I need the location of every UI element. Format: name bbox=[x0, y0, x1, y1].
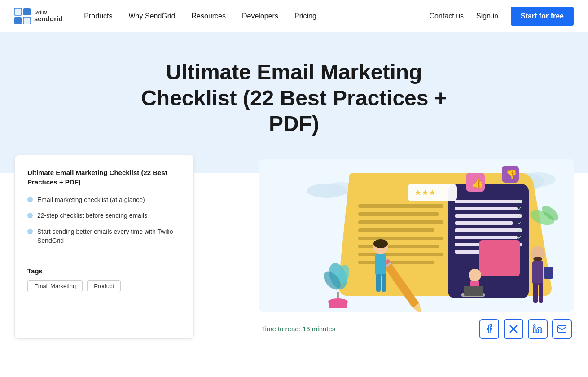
svg-rect-57 bbox=[544, 267, 553, 279]
linkedin-share-button[interactable] bbox=[528, 319, 548, 339]
list-item: 22-step checklist before sending emails bbox=[27, 211, 181, 220]
svg-text:✓: ✓ bbox=[518, 198, 522, 205]
nav-why-sendgrid[interactable]: Why SendGrid bbox=[128, 12, 175, 20]
svg-rect-61 bbox=[464, 286, 483, 296]
list-item: Start sending better emails every time w… bbox=[27, 228, 181, 245]
bullet-dot bbox=[27, 213, 33, 218]
nav-signin[interactable]: Sign in bbox=[476, 12, 498, 20]
twitter-x-icon bbox=[509, 324, 518, 334]
bullet-text-1: Email marketing checklist (at a glance) bbox=[37, 196, 145, 205]
nav-developers[interactable]: Developers bbox=[242, 12, 278, 20]
nav-right: Contact us Sign in Start for free bbox=[430, 7, 574, 26]
svg-rect-32 bbox=[358, 253, 443, 256]
main-content: Ultimate Email Marketing Checklist (22 B… bbox=[0, 155, 588, 339]
svg-rect-26 bbox=[358, 204, 443, 208]
svg-text:✓: ✓ bbox=[518, 213, 522, 219]
svg-rect-28 bbox=[358, 220, 443, 224]
svg-text:✓: ✓ bbox=[518, 234, 522, 241]
svg-text:👍: 👍 bbox=[471, 177, 484, 189]
svg-rect-2 bbox=[14, 17, 22, 24]
right-area: ✓ ✓ ✓ ✓ ✓ ✓ bbox=[208, 155, 574, 339]
card-title: Ultimate Email Marketing Checklist (22 B… bbox=[27, 168, 181, 187]
hero-illustration: ✓ ✓ ✓ ✓ ✓ ✓ bbox=[259, 159, 574, 312]
logo-twilio: twilio bbox=[34, 9, 62, 15]
svg-rect-49 bbox=[376, 274, 381, 292]
svg-rect-25 bbox=[479, 240, 520, 276]
nav-pricing[interactable]: Pricing bbox=[294, 12, 316, 20]
bullet-list: Email marketing checklist (at a glance) … bbox=[27, 196, 181, 245]
svg-rect-55 bbox=[539, 283, 543, 303]
svg-point-56 bbox=[533, 257, 542, 261]
svg-point-69 bbox=[534, 325, 535, 327]
bullet-text-2: 22-step checklist before sending emails bbox=[37, 211, 147, 220]
logo-sendgrid: sendgrid bbox=[34, 15, 62, 23]
bullet-dot bbox=[27, 229, 33, 234]
tag-product[interactable]: Product bbox=[87, 280, 121, 292]
svg-rect-29 bbox=[358, 228, 434, 232]
list-item: Email marketing checklist (at a glance) bbox=[27, 196, 181, 205]
svg-rect-50 bbox=[382, 274, 386, 292]
svg-rect-68 bbox=[534, 328, 535, 333]
svg-text:👎: 👎 bbox=[506, 169, 517, 180]
svg-rect-0 bbox=[14, 8, 22, 15]
bottom-row: Time to read: 16 minutes bbox=[259, 319, 574, 339]
svg-rect-44 bbox=[329, 301, 347, 308]
svg-rect-70 bbox=[558, 325, 566, 332]
nav-resources[interactable]: Resources bbox=[192, 12, 226, 20]
nav-links: Products Why SendGrid Resources Develope… bbox=[84, 12, 429, 20]
svg-point-51 bbox=[373, 239, 388, 248]
tags-row: Email Marketing Product bbox=[27, 280, 181, 292]
svg-rect-3 bbox=[23, 17, 31, 24]
linkedin-icon bbox=[533, 324, 543, 334]
hero-section: Ultimate Email Marketing Checklist (22 B… bbox=[0, 32, 588, 173]
email-share-button[interactable] bbox=[552, 319, 572, 339]
social-icons bbox=[479, 319, 572, 339]
svg-text:✓: ✓ bbox=[518, 220, 522, 226]
article-info-card: Ultimate Email Marketing Checklist (22 B… bbox=[14, 155, 194, 339]
svg-rect-11 bbox=[455, 200, 522, 203]
svg-rect-54 bbox=[533, 283, 538, 303]
bullet-text-3: Start sending better emails every time w… bbox=[37, 228, 181, 245]
svg-text:★★★: ★★★ bbox=[414, 188, 436, 197]
tag-email-marketing[interactable]: Email Marketing bbox=[27, 280, 83, 292]
email-icon bbox=[557, 324, 567, 334]
tags-label: Tags bbox=[27, 267, 181, 275]
svg-rect-48 bbox=[375, 254, 386, 276]
facebook-share-button[interactable] bbox=[479, 319, 499, 339]
logo-text: twilio sendgrid bbox=[34, 9, 62, 23]
logo-icon bbox=[14, 8, 31, 24]
hero-title: Ultimate Email Marketing Checklist (22 B… bbox=[119, 59, 469, 137]
svg-rect-13 bbox=[455, 214, 522, 218]
facebook-icon bbox=[484, 324, 494, 334]
divider bbox=[27, 258, 181, 258]
svg-rect-16 bbox=[455, 236, 518, 239]
nav-contact[interactable]: Contact us bbox=[430, 12, 464, 20]
svg-rect-15 bbox=[455, 228, 522, 232]
svg-rect-14 bbox=[455, 221, 513, 225]
svg-rect-33 bbox=[358, 261, 434, 264]
logo[interactable]: twilio sendgrid bbox=[14, 8, 62, 24]
nav-products[interactable]: Products bbox=[84, 12, 112, 20]
svg-rect-31 bbox=[358, 245, 439, 248]
svg-point-58 bbox=[469, 269, 481, 281]
svg-rect-1 bbox=[23, 8, 31, 15]
svg-text:✓: ✓ bbox=[518, 206, 522, 212]
start-for-free-button[interactable]: Start for free bbox=[511, 7, 574, 26]
navbar: twilio sendgrid Products Why SendGrid Re… bbox=[0, 0, 588, 32]
svg-rect-12 bbox=[455, 207, 518, 210]
svg-rect-30 bbox=[358, 237, 443, 240]
twitter-share-button[interactable] bbox=[504, 319, 523, 339]
time-to-read: Time to read: 16 minutes bbox=[261, 325, 335, 333]
svg-text:✓: ✓ bbox=[518, 227, 522, 233]
svg-rect-53 bbox=[532, 260, 543, 285]
bullet-dot bbox=[27, 197, 33, 202]
svg-rect-27 bbox=[358, 212, 439, 216]
